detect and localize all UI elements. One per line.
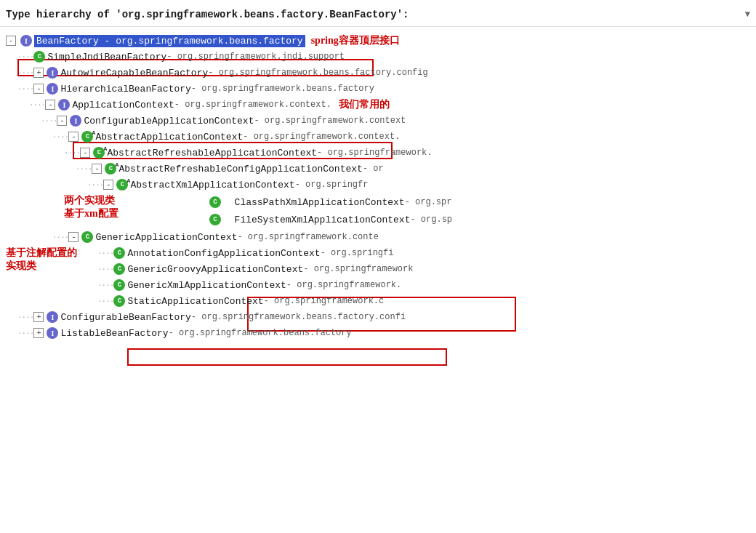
tree-row-generic-groovy[interactable]: ···· C GenericGroovyApplicationContext -…	[86, 261, 750, 277]
expand-abstract-refreshable-config[interactable]: -	[92, 164, 102, 174]
label-hierarchical: HierarchicalBeanFactory	[60, 84, 190, 95]
package-annotation-config: - org.springfi	[321, 248, 394, 258]
package-abstract-appcontext: - org.springframework.context.	[243, 132, 400, 142]
label-abstract-xml: AbstractXmlApplicationContext	[130, 180, 294, 191]
main-container: Type hierarchy of 'org.springframework.b…	[0, 0, 756, 533]
interface-icon-configurable: I	[70, 115, 81, 127]
interface-icon-configurable-beanfactory: I	[47, 311, 58, 323]
header-title: Type hierarchy of 'org.springframework.b…	[6, 9, 745, 20]
class-icon-filesystem-xml: C	[209, 214, 221, 225]
interface-icon-appcontext: I	[58, 99, 70, 111]
label-abstract-refreshable: AbstractRefreshableApplicationContext	[107, 148, 317, 159]
tree-row-beanfactory[interactable]: - I BeanFactory - org.springframework.be…	[6, 33, 750, 49]
class-icon-abstract-refreshable-config: CA	[105, 163, 116, 175]
expand-autowire[interactable]: +	[33, 68, 44, 78]
expand-hierarchical[interactable]: -	[33, 84, 44, 94]
package-static-appcontext: - org.springframework.c	[264, 296, 385, 306]
dropdown-arrow-icon[interactable]: ▼	[745, 9, 750, 20]
expand-listable-beanfactory[interactable]: +	[33, 328, 44, 338]
expand-beanfactory[interactable]: -	[6, 36, 16, 46]
package-hierarchical: - org.springframework.beans.factory	[191, 84, 374, 94]
label-classpath-xml: ClassPathXmlApplicationContext	[223, 197, 405, 208]
package-simple-jndi: - org.springframework.jndi.support	[166, 52, 345, 62]
expand-appcontext[interactable]: -	[45, 100, 55, 110]
interface-icon-autowire: I	[47, 67, 58, 79]
class-icon-generic-xml: C	[113, 279, 125, 291]
label-generic-xml: GenericXmlApplicationContext	[127, 280, 286, 291]
tree-row-autowire[interactable]: ···· + I AutowireCapableBeanFactory - or…	[6, 65, 750, 81]
package-generic-appcontext: - org.springframework.conte	[237, 232, 378, 242]
class-icon-annotation-config: C	[113, 247, 125, 259]
tree-row-appcontext[interactable]: ···· - I ApplicationContext - org.spring…	[6, 97, 750, 113]
expand-abstract-refreshable[interactable]: -	[80, 148, 90, 158]
label-static-appcontext: StaticApplicationContext	[127, 296, 263, 307]
tree-row-abstract-refreshable-config[interactable]: ···· - CA AbstractRefreshableConfigAppli…	[6, 161, 750, 177]
package-appcontext: - org.springframework.context.	[174, 100, 331, 110]
expand-generic-appcontext[interactable]: -	[68, 232, 79, 242]
class-icon-classpath-xml: C	[209, 196, 221, 208]
tree-row-abstract-xml[interactable]: ···· - CA AbstractXmlApplicationContext …	[6, 177, 750, 193]
label-simple-jndi: SimpleJndiBeanFactory	[47, 52, 166, 63]
tree-row-classpath-xml[interactable]: C ClassPathXmlApplicationContext - org.s…	[209, 194, 452, 210]
tree-row-generic-xml[interactable]: ···· C GenericXmlApplicationContext - or…	[86, 277, 750, 293]
package-generic-groovy: - org.springframework	[303, 264, 413, 274]
highlight-annotation	[127, 348, 447, 366]
tree-row-annotation-config[interactable]: ···· C AnnotationConfigApplicationContex…	[86, 245, 750, 261]
annotation-annotation-based-label2: 实现类	[6, 260, 86, 273]
label-autowire: AutowireCapableBeanFactory	[60, 68, 208, 79]
class-icon-generic-groovy: C	[113, 263, 125, 275]
annotation-group-xml: 两个实现类 基于xm配置 C ClassPathXmlApplicationCo…	[64, 194, 750, 228]
package-abstract-refreshable: - org.springframework.	[317, 148, 432, 158]
label-annotation-config: AnnotationConfigApplicationContext	[127, 248, 320, 259]
expand-configurable-appcontext[interactable]: -	[57, 116, 67, 126]
annotation-spring-top: spring容器顶层接口	[311, 34, 400, 47]
class-icon-abstract-refreshable: CA	[93, 147, 105, 159]
package-generic-xml: - org.springframework.	[286, 280, 401, 290]
expand-abstract-appcontext[interactable]: -	[68, 132, 79, 142]
tree-row-generic-appcontext[interactable]: ···· - C GenericApplicationContext - org…	[6, 229, 750, 245]
label-appcontext: ApplicationContext	[72, 100, 174, 111]
tree-row-filesystem-xml[interactable]: C FileSystemXmlApplicationContext - org.…	[209, 212, 452, 228]
tree-row-abstract-appcontext[interactable]: ···· - CA AbstractApplicationContext - o…	[6, 129, 750, 145]
class-icon-simple-jndi: C	[33, 51, 45, 63]
class-icon-abstract-xml: CA	[116, 179, 128, 191]
tree-row-hierarchical[interactable]: ···· - I HierarchicalBeanFactory - org.s…	[6, 81, 750, 97]
label-configurable-appcontext: ConfigurableApplicationContext	[84, 116, 254, 127]
annotation-group-annotation: 基于注解配置的 实现类 ···· C AnnotationConfigAppli…	[6, 245, 750, 309]
header-bar: Type hierarchy of 'org.springframework.b…	[0, 6, 756, 27]
annotation-annotation-based-label: 基于注解配置的	[6, 247, 86, 260]
label-abstract-refreshable-config: AbstractRefreshableConfigApplicationCont…	[118, 164, 362, 175]
tree-row-listable-beanfactory[interactable]: ···· + I ListableBeanFactory - org.sprin…	[6, 325, 750, 341]
label-filesystem-xml: FileSystemXmlApplicationContext	[223, 215, 410, 225]
interface-icon-hierarchical: I	[47, 83, 58, 95]
package-abstract-xml: - org.springfr	[295, 180, 369, 190]
label-generic-appcontext: GenericApplicationContext	[95, 232, 237, 243]
annotation-two-impl: 两个实现类	[64, 194, 151, 207]
tree-row-static-appcontext[interactable]: ···· C StaticApplicationContext - org.sp…	[86, 293, 750, 309]
tree-row-abstract-refreshable[interactable]: ···· - CA AbstractRefreshableApplication…	[6, 145, 750, 161]
interface-icon-beanfactory: I	[20, 35, 32, 47]
annotation-commonly-used: 我们常用的	[339, 98, 390, 111]
package-filesystem-xml: - org.sp	[410, 215, 452, 225]
expand-configurable-beanfactory[interactable]: +	[33, 312, 44, 322]
package-autowire: - org.springframework.beans.factory.conf…	[208, 68, 427, 78]
package-abstract-refreshable-config: - or	[363, 164, 384, 174]
type-hierarchy-tree: - I BeanFactory - org.springframework.be…	[0, 31, 756, 342]
label-beanfactory: BeanFactory - org.springframework.beans.…	[34, 35, 305, 47]
package-configurable-beanfactory: - org.springframework.beans.factory.conf…	[191, 312, 406, 322]
class-icon-static-appcontext: C	[113, 295, 125, 307]
label-listable-beanfactory: ListableBeanFactory	[60, 328, 168, 339]
class-icon-generic-appcontext: C	[81, 231, 93, 243]
class-icon-abstract-appcontext: CA	[81, 131, 93, 143]
expand-abstract-xml[interactable]: -	[103, 180, 113, 190]
label-configurable-beanfactory: ConfigurableBeanFactory	[60, 312, 190, 323]
tree-row-simple-jndi[interactable]: ···· C SimpleJndiBeanFactory - org.sprin…	[6, 49, 750, 65]
interface-icon-listable-beanfactory: I	[47, 327, 58, 339]
label-abstract-appcontext: AbstractApplicationContext	[95, 132, 243, 143]
tree-row-configurable-beanfactory[interactable]: ···· + I ConfigurableBeanFactory - org.s…	[6, 309, 750, 325]
package-listable-beanfactory: - org.springframework.beans.factory	[169, 328, 352, 338]
annotation-xml-based: 基于xm配置	[64, 207, 151, 220]
package-classpath-xml: - org.spr	[405, 197, 452, 207]
package-configurable: - org.springframework.context	[254, 116, 406, 126]
tree-row-configurable-appcontext[interactable]: ···· - I ConfigurableApplicationContext …	[6, 113, 750, 129]
